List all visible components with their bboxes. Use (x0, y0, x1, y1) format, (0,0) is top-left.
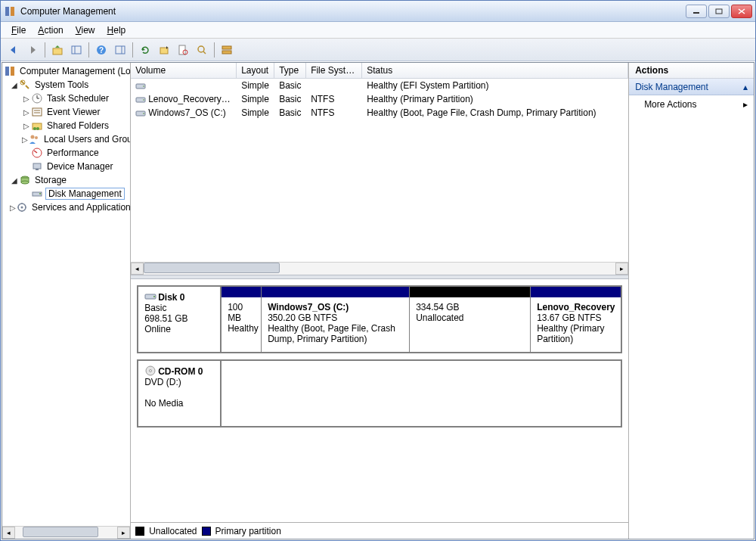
svg-rect-18 (222, 46, 231, 49)
svg-point-44 (21, 207, 23, 209)
toolbar: ? (1, 39, 755, 61)
disk-mgmt-icon (31, 188, 43, 200)
svg-rect-1 (11, 7, 14, 16)
tree-disk-management[interactable]: Disk Management (2, 187, 130, 201)
svg-rect-21 (11, 67, 14, 76)
window: Computer Management File Action View Hel… (0, 0, 756, 541)
tree-local-users[interactable]: ▷ Local Users and Groups (2, 132, 130, 146)
partition[interactable]: 100 MBHealthy (222, 287, 261, 352)
cd-icon (144, 365, 156, 376)
menu-view[interactable]: View (71, 23, 100, 37)
svg-text:?: ? (99, 46, 104, 54)
center-panel: Volume Layout Type File System Status Si… (131, 63, 629, 539)
tree-task-scheduler[interactable]: ▷ Task Scheduler (2, 92, 130, 105)
menu-file[interactable]: File (7, 23, 30, 37)
chevron-right-icon: ▸ (743, 99, 748, 110)
cell-type: Basic (274, 107, 306, 118)
actions-section[interactable]: Disk Management ▴ (629, 79, 754, 95)
col-layout[interactable]: Layout (237, 63, 274, 78)
collapse-icon[interactable]: ◢ (10, 176, 19, 185)
tree-event-viewer[interactable]: ▷ Event Viewer (2, 105, 130, 119)
col-volume[interactable]: Volume (131, 63, 237, 78)
performance-icon (31, 147, 43, 159)
svg-rect-26 (33, 108, 42, 116)
refresh-button[interactable] (137, 42, 153, 58)
disk-header: CD-ROM 0DVD (D:)No Media (138, 361, 222, 426)
expand-icon[interactable]: ▷ (22, 95, 31, 103)
partition-info: Windows7_OS (C:)350.20 GB NTFSHealthy (B… (262, 297, 409, 352)
svg-point-40 (21, 181, 29, 184)
disk-layout-view[interactable]: Disk 0Basic698.51 GBOnline100 MBHealthyW… (131, 279, 628, 522)
disk-row[interactable]: CD-ROM 0DVD (D:)No Media (137, 359, 622, 428)
table-body[interactable]: SimpleBasicHealthy (EFI System Partition… (131, 79, 628, 262)
help-button[interactable]: ? (93, 42, 110, 58)
expand-icon[interactable]: ▷ (22, 108, 31, 117)
partition-info: Lenovo_Recovery13.67 GB NTFSHealthy (Pri… (531, 297, 621, 352)
table-header: Volume Layout Type File System Status (131, 63, 628, 79)
col-type[interactable]: Type (274, 63, 306, 78)
volume-list: Volume Layout Type File System Status Si… (131, 63, 628, 275)
table-row[interactable]: Lenovo_Recovery (Q:)SimpleBasicNTFSHealt… (131, 92, 628, 106)
scroll-right-button[interactable]: ▸ (117, 527, 130, 539)
settings-button[interactable] (156, 42, 172, 58)
tree-shared-folders[interactable]: ▷ Shared Folders (2, 119, 130, 132)
cell-status: Healthy (Boot, Page File, Crash Dump, Pr… (362, 107, 628, 118)
find-button[interactable] (194, 42, 210, 58)
actions-more[interactable]: More Actions ▸ (629, 95, 754, 113)
forward-button[interactable] (24, 42, 41, 58)
scroll-right-button[interactable]: ▸ (615, 263, 628, 275)
collapse-icon[interactable]: ◢ (10, 81, 19, 89)
tree-services[interactable]: ▷ Services and Applications (2, 201, 130, 214)
volume-horizontal-scrollbar[interactable]: ◂ ▸ (131, 262, 628, 275)
cell-fs: NTFS (306, 107, 362, 118)
tree-device-manager[interactable]: Device Manager (2, 160, 130, 173)
legend-unallocated-label: Unallocated (149, 526, 197, 536)
legend-primary-label: Primary partition (215, 526, 281, 536)
tree-storage[interactable]: ◢ Storage (2, 173, 130, 187)
event-viewer-icon (31, 106, 43, 118)
window-title: Computer Management (20, 6, 686, 17)
expand-icon[interactable]: ▷ (22, 122, 31, 130)
table-row[interactable]: Windows7_OS (C:)SimpleBasicNTFSHealthy (… (131, 106, 628, 120)
actions-panel: Actions Disk Management ▴ More Actions ▸ (629, 63, 754, 539)
tools-icon (19, 79, 31, 91)
cell-volume: Lenovo_Recovery (Q:) (131, 94, 237, 104)
svg-rect-0 (5, 7, 9, 16)
svg-rect-20 (5, 67, 9, 76)
disk-header: Disk 0Basic698.51 GBOnline (138, 287, 222, 352)
properties-button[interactable] (175, 42, 191, 58)
svg-point-58 (150, 370, 152, 372)
expand-icon[interactable]: ▷ (22, 135, 28, 144)
tree-root[interactable]: Computer Management (Local) (2, 64, 130, 78)
back-button[interactable] (5, 42, 22, 58)
partition[interactable]: 334.54 GBUnallocated (409, 287, 530, 352)
tree-horizontal-scrollbar[interactable]: ◂ ▸ (2, 526, 130, 539)
svg-rect-11 (116, 46, 125, 54)
cell-layout: Simple (237, 94, 274, 104)
content: Computer Management (Local) ◢ System Too… (2, 62, 754, 539)
shared-folder-icon (31, 120, 43, 132)
partition[interactable]: Windows7_OS (C:)350.20 GB NTFSHealthy (B… (261, 287, 409, 352)
maximize-button[interactable] (708, 5, 730, 18)
tree-system-tools[interactable]: ◢ System Tools (2, 78, 130, 92)
tree-performance[interactable]: Performance (2, 146, 130, 160)
menu-action[interactable]: Action (33, 23, 67, 37)
minimize-button[interactable] (686, 5, 707, 18)
col-status[interactable]: Status (362, 63, 628, 78)
show-hide-actions-button[interactable] (112, 42, 129, 58)
close-button[interactable] (731, 5, 752, 18)
table-row[interactable]: SimpleBasicHealthy (EFI System Partition… (131, 79, 628, 92)
up-button[interactable] (49, 42, 66, 58)
show-hide-tree-button[interactable] (68, 42, 85, 58)
list-view-button[interactable] (218, 42, 235, 58)
expand-icon[interactable]: ▷ (10, 204, 16, 212)
partition[interactable]: Lenovo_Recovery13.67 GB NTFSHealthy (Pri… (530, 287, 621, 352)
titlebar[interactable]: Computer Management (1, 1, 755, 22)
cell-fs: NTFS (306, 94, 362, 104)
scroll-left-button[interactable]: ◂ (131, 263, 144, 275)
drive-icon (135, 82, 146, 91)
menu-help[interactable]: Help (103, 23, 131, 37)
col-fs[interactable]: File System (306, 63, 362, 78)
disk-row[interactable]: Disk 0Basic698.51 GBOnline100 MBHealthyW… (137, 285, 622, 353)
scroll-left-button[interactable]: ◂ (2, 527, 15, 539)
